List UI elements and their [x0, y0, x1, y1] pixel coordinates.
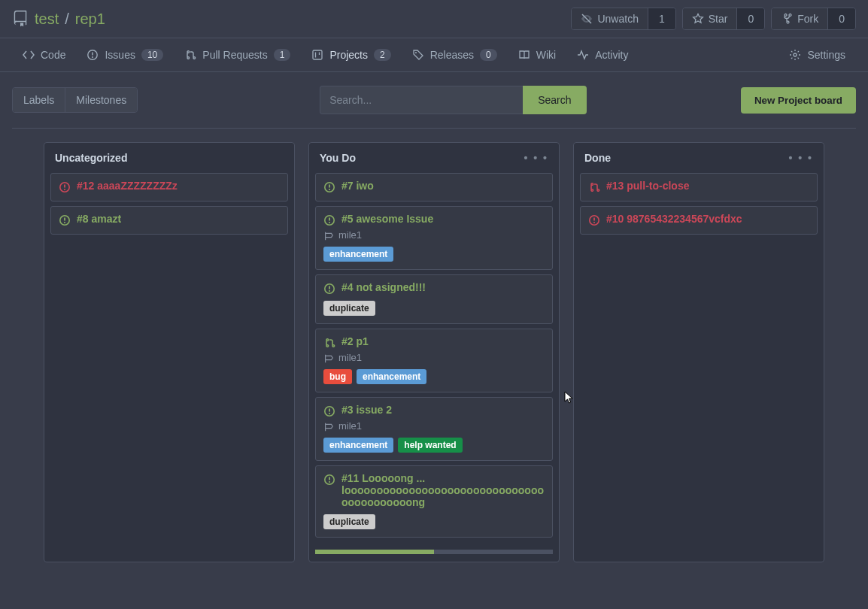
issue-card[interactable]: #2 p1mile1bugenhancement [315, 329, 553, 392]
svg-point-23 [329, 290, 330, 292]
search-input[interactable] [320, 86, 523, 114]
labels: duplicate [323, 301, 545, 316]
search-form: Search [320, 86, 586, 114]
tab-activity[interactable]: Activity [566, 38, 639, 71]
svg-point-20 [329, 222, 330, 223]
column-progress [315, 550, 553, 554]
tab-projects[interactable]: Projects 2 [301, 38, 401, 71]
svg-point-17 [329, 189, 330, 190]
svg-point-26 [329, 413, 330, 414]
gear-icon [789, 49, 801, 61]
issue-card[interactable]: #12 aaaaZZZZZZZZz [50, 173, 288, 201]
column-menu-icon[interactable]: • • • [789, 152, 813, 164]
milestone-icon [323, 230, 334, 241]
issue-icon [86, 49, 99, 61]
tab-settings[interactable]: Settings [778, 38, 856, 71]
svg-point-7 [415, 52, 417, 53]
tab-pulls[interactable]: Pull Requests 1 [174, 38, 301, 71]
tab-releases[interactable]: Releases 0 [402, 38, 508, 71]
milestone[interactable]: mile1 [323, 229, 545, 241]
svg-point-8 [794, 53, 797, 56]
milestone[interactable]: mile1 [323, 420, 545, 432]
labels-milestones-group: Labels Milestones [12, 87, 138, 113]
progress-rest [434, 550, 553, 554]
label[interactable]: duplicate [323, 301, 375, 316]
star-button[interactable]: Star 0 [682, 8, 765, 30]
svg-point-3 [92, 56, 93, 58]
issue-card[interactable]: #3 issue 2mile1enhancementhelp wanted [315, 397, 553, 461]
board-column: Done• • •#13 pull-to-close#10 9876543223… [573, 142, 824, 562]
tab-wiki[interactable]: Wiki [508, 38, 566, 71]
issue-card[interactable]: #7 iwo [315, 173, 553, 201]
issue-card[interactable]: #11 Looooong ... loooooooooooooooooooooo… [315, 465, 553, 538]
star-count[interactable]: 0 [736, 8, 764, 29]
issue-status-icon [588, 181, 600, 193]
label[interactable]: bug [323, 369, 352, 384]
project-toolbar: Labels Milestones Search New Project boa… [0, 72, 868, 128]
issue-status-icon [323, 474, 335, 486]
column-header: You Do• • • [309, 143, 559, 173]
tab-issues[interactable]: Issues 10 [76, 38, 174, 71]
issue-card[interactable]: #8 amazt [50, 206, 288, 235]
label[interactable]: enhancement [323, 438, 393, 453]
tab-code-label: Code [41, 49, 65, 61]
fork-button[interactable]: Fork 0 [771, 8, 856, 30]
fork-label: Fork [797, 13, 818, 25]
issue-title: #4 not asigned!!! [341, 281, 426, 293]
column-title: Uncategorized [55, 152, 127, 164]
issue-title: #3 issue 2 [341, 404, 392, 416]
issue-card[interactable]: #13 pull-to-close [580, 173, 818, 201]
search-button[interactable]: Search [523, 86, 586, 114]
issue-title: #10 98765432234567vcfdxc [606, 213, 742, 225]
tab-activity-label: Activity [595, 49, 628, 61]
issue-title: #5 awesome Issue [341, 213, 433, 225]
breadcrumb-separator: / [65, 11, 69, 28]
issues-count-badge: 10 [141, 49, 163, 61]
issue-title: #2 p1 [341, 335, 369, 347]
milestone-name: mile1 [338, 229, 362, 241]
tab-releases-label: Releases [430, 49, 474, 61]
repo-link[interactable]: rep1 [75, 11, 105, 28]
tab-code[interactable]: Code [12, 38, 76, 71]
repo-header: test / rep1 Unwatch 1 Star 0 [0, 0, 868, 38]
issue-status-icon [323, 405, 335, 417]
header-actions: Unwatch 1 Star 0 Fork 0 [571, 8, 856, 30]
issue-card[interactable]: #4 not asigned!!!duplicate [315, 274, 553, 324]
milestone[interactable]: mile1 [323, 352, 545, 363]
issue-title: #13 pull-to-close [606, 180, 689, 192]
label[interactable]: duplicate [323, 514, 375, 529]
label[interactable]: help wanted [398, 438, 462, 453]
svg-rect-4 [313, 50, 322, 59]
tab-settings-label: Settings [807, 49, 845, 61]
svg-point-11 [64, 189, 65, 190]
project-icon [311, 49, 323, 61]
milestones-button[interactable]: Milestones [65, 88, 137, 112]
pull-request-icon [184, 49, 196, 61]
owner-link[interactable]: test [35, 11, 59, 28]
board-column: You Do• • •#7 iwo#5 awesome Issuemile1en… [308, 142, 560, 562]
milestone-name: mile1 [338, 420, 362, 432]
activity-icon [577, 49, 589, 61]
issue-status-icon [59, 181, 71, 193]
book-icon [518, 49, 530, 61]
watch-count[interactable]: 1 [648, 8, 675, 29]
label[interactable]: enhancement [323, 247, 393, 262]
labels: bugenhancement [323, 369, 545, 384]
issue-status-icon [323, 181, 335, 193]
repo-icon [12, 10, 29, 28]
column-menu-icon[interactable]: • • • [524, 152, 548, 164]
labels-button[interactable]: Labels [13, 88, 65, 112]
new-project-board-button[interactable]: New Project board [741, 87, 856, 114]
issue-title: #11 Looooong ... loooooooooooooooooooooo… [341, 472, 545, 508]
svg-point-14 [64, 222, 65, 223]
issue-status-icon [323, 214, 335, 226]
issue-card[interactable]: #5 awesome Issuemile1enhancement [315, 206, 553, 270]
milestone-name: mile1 [338, 352, 362, 363]
unwatch-button[interactable]: Unwatch 1 [571, 8, 675, 30]
project-boards: Uncategorized#12 aaaaZZZZZZZZz#8 amaztYo… [0, 129, 868, 576]
issue-card[interactable]: #10 98765432234567vcfdxc [580, 206, 818, 235]
column-body: #12 aaaaZZZZZZZZz#8 amazt [44, 173, 294, 242]
code-icon [23, 49, 35, 61]
label[interactable]: enhancement [357, 369, 426, 384]
fork-count[interactable]: 0 [827, 8, 855, 29]
